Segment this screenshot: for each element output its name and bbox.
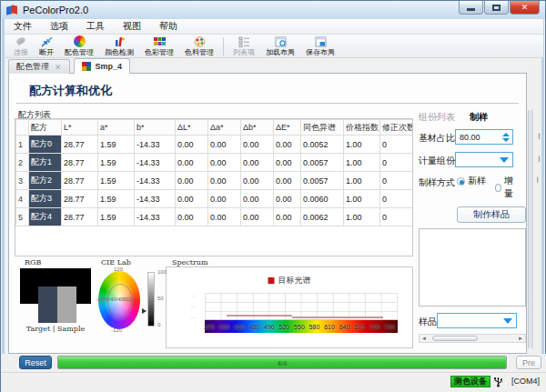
load-layout-button[interactable]: 加载布局 <box>260 35 300 57</box>
tab-smp4[interactable]: Smp_4 <box>74 58 131 74</box>
title-bar[interactable]: PeColorPro2.0 ✕ <box>1 1 545 19</box>
col-recipe[interactable]: 配方 <box>29 120 62 136</box>
cielab-panel-label: CIE Lab <box>98 258 134 266</box>
legend-marker-icon <box>268 277 275 284</box>
recipe-name-cell[interactable]: 配方0 <box>29 136 62 154</box>
color-wheel-icon <box>74 35 86 47</box>
menu-bar: 文件 选项 工具 视图 帮助 <box>5 19 543 35</box>
connect-button: 连接 <box>8 35 34 57</box>
sample-label: 样品 <box>419 316 437 328</box>
target-color-swatch <box>38 286 57 323</box>
col-dE[interactable]: ΔE* <box>274 120 301 136</box>
sample-tab-icon <box>82 62 92 72</box>
horizontal-scrollbar[interactable]: ◄ ► <box>419 334 526 343</box>
list-icon <box>238 35 250 47</box>
progress-bar: 4/4 <box>57 356 507 369</box>
col-metamerism[interactable]: 同色异谱 <box>301 120 344 136</box>
recipe-name-cell[interactable]: 配方1 <box>29 154 62 172</box>
minimize-button[interactable] <box>459 1 483 15</box>
table-row[interactable]: 5 配方4 28.77 1.59 -14.33 0.00 0.00 0.00 0… <box>16 208 414 226</box>
col-dL[interactable]: ΔL* <box>176 120 208 136</box>
component-label: 计量组份 <box>419 155 455 167</box>
menu-help[interactable]: 帮助 <box>150 18 187 35</box>
scroll-left-icon[interactable]: ◄ <box>421 336 427 341</box>
page-title: 配方计算和优化 <box>29 83 112 99</box>
reset-button[interactable]: Reset <box>19 356 52 369</box>
table-header-row: 配方 L* a* b* ΔL* Δa* Δb* ΔE* 同色异谱 价格指数 修正… <box>16 120 414 136</box>
spectrum-plot-area <box>205 293 398 320</box>
panel-splitter[interactable] <box>528 110 533 348</box>
spectrum-y-axis: ··· ··· ··· <box>190 293 203 320</box>
chevron-down-icon <box>500 157 509 163</box>
color-match-manage-button[interactable]: 配色管理 <box>59 35 99 57</box>
mode-label: 制样方式 <box>419 176 455 189</box>
radio-icon <box>457 177 465 186</box>
component-dropdown[interactable] <box>455 152 513 167</box>
app-window: PeColorPro2.0 ✕ 文件 选项 工具 视图 帮助 连接 断开 <box>0 0 546 392</box>
tab-close-icon[interactable]: ✕ <box>55 63 62 72</box>
sample-dropdown[interactable] <box>437 313 517 328</box>
recipe-name-cell[interactable]: 配方4 <box>29 208 62 226</box>
connect-icon <box>15 35 27 47</box>
base-ratio-spinner[interactable] <box>500 131 511 143</box>
document-tab-bar: 配色管理 ✕ Smp_4 <box>5 58 543 74</box>
component-listbox[interactable] <box>419 228 526 307</box>
recipe-name-cell[interactable]: 配方3 <box>29 190 62 208</box>
spectrum-legend: 目标光谱 <box>268 275 311 286</box>
spectrum-curve <box>292 317 383 318</box>
table-row[interactable]: 1 配方0 28.77 1.59 -14.33 0.00 0.00 0.00 0… <box>16 136 414 154</box>
menu-file[interactable]: 文件 <box>5 18 41 35</box>
table-row[interactable]: 4 配方3 28.77 1.59 -14.33 0.00 0.00 0.00 0… <box>16 190 414 208</box>
col-corrections[interactable]: 修正次数 <box>380 120 414 136</box>
col-L[interactable]: L* <box>62 120 98 136</box>
table-row[interactable]: 2 配方1 28.77 1.59 -14.33 0.00 0.00 0.00 0… <box>16 154 414 172</box>
scrollbar-thumb[interactable] <box>432 336 478 341</box>
radio-increment[interactable]: 增量 <box>495 175 517 200</box>
clipped-content: 丨 <box>535 155 542 162</box>
col-da[interactable]: Δa* <box>208 120 241 136</box>
col-a[interactable]: a* <box>98 120 135 136</box>
action-bar: Reset 4/4 Pre <box>1 354 546 372</box>
radio-icon <box>495 184 501 192</box>
spectrum-panel-label: Spectrum <box>169 258 211 266</box>
colorant-manage-button[interactable]: 色料管理 <box>179 35 219 57</box>
load-layout-icon <box>275 35 287 47</box>
recipe-name-cell[interactable]: 配方2 <box>29 172 62 190</box>
sample-color-swatch <box>57 286 76 323</box>
maximize-button[interactable] <box>484 1 509 15</box>
spectrum-curve <box>227 315 292 317</box>
menu-options[interactable]: 选项 <box>41 18 77 35</box>
device-status-badge: 测色设备 <box>450 376 490 387</box>
tab-make-sample[interactable]: 制样 <box>470 111 488 124</box>
spectrum-x-axis: 370400430460490520550580610640670700730 <box>205 320 398 333</box>
tab-component-list[interactable]: 组份列表 <box>419 111 455 124</box>
pre-button[interactable]: Pre <box>516 356 541 369</box>
com-port-label: [COM4] <box>511 377 540 386</box>
save-layout-button[interactable]: 保存布局 <box>300 35 340 57</box>
color-manage-button[interactable]: 色彩管理 <box>139 35 179 57</box>
clipped-content: 丨 <box>535 132 542 139</box>
content-card: 配方计算和优化 配方列表 配方 L* a* b* ΔL* Δa* <box>8 73 527 354</box>
table-row[interactable]: 3 配方2 28.77 1.59 -14.33 0.00 0.00 0.00 0… <box>16 172 414 190</box>
color-grid-icon <box>154 35 166 47</box>
col-db[interactable]: Δb* <box>241 120 274 136</box>
col-b[interactable]: b* <box>135 120 176 136</box>
base-ratio-input[interactable]: 80.00 <box>455 129 513 145</box>
clipped-content: 丿 <box>535 176 542 183</box>
menu-view[interactable]: 视图 <box>114 18 150 35</box>
col-price-index[interactable]: 价格指数 <box>344 120 380 136</box>
title-divider <box>16 103 519 104</box>
status-bar: 测色设备 [COM4] <box>1 372 546 392</box>
menu-tools[interactable]: 工具 <box>77 18 114 35</box>
disconnect-icon <box>41 35 53 47</box>
toolbar-separator <box>223 37 224 55</box>
window-title: PeColorPro2.0 <box>23 5 88 15</box>
radio-new-sample[interactable]: 新样 <box>457 175 486 187</box>
color-detect-button[interactable]: 颜色检测 <box>99 35 139 57</box>
disconnect-button[interactable]: 断开 <box>34 35 59 57</box>
scroll-right-icon[interactable]: ► <box>518 336 523 341</box>
palette-icon <box>194 35 206 47</box>
close-button[interactable]: ✕ <box>510 1 540 15</box>
tab-color-match-manage[interactable]: 配色管理 ✕ <box>8 59 70 74</box>
make-sample-button[interactable]: 制作样品 <box>457 206 526 223</box>
